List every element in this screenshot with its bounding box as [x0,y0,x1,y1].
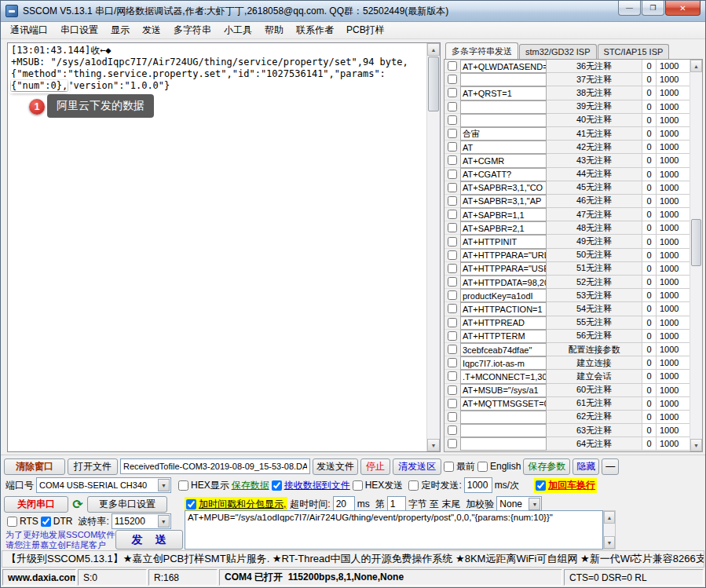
scroll-thumb[interactable] [428,57,439,111]
hex-display-checkbox[interactable]: HEX显示 [178,479,229,492]
scroll-track[interactable] [427,56,440,439]
row-command-input[interactable]: 3cebfceab74dfae" [460,343,547,356]
row-checkbox[interactable] [444,100,460,114]
row-command-input[interactable] [460,114,547,127]
row-delay-input[interactable]: 1000 [657,221,690,235]
scroll-thumb[interactable] [691,219,701,266]
row-checkbox[interactable] [444,437,460,451]
row-delay-input[interactable]: 1000 [657,424,690,437]
maximize-button[interactable]: ❐ [642,1,664,16]
row-command-input[interactable]: 合宙 [460,127,547,141]
row-comment-button[interactable]: 64无注释 [547,437,642,451]
title-bar[interactable]: SSCOM V5.13.1 串口/网络数据调试器,作者:大虾丁丁,2618058… [1,1,705,22]
row-checkbox[interactable] [444,316,460,330]
row-delay-input[interactable]: 1000 [657,208,690,221]
row-command-input[interactable]: AT+CGATT? [460,168,547,181]
row-checkbox[interactable] [444,60,460,73]
hide-button[interactable]: 隐藏 [572,458,599,475]
row-command-input[interactable]: AT+MSUB="/sys/a1 [460,384,547,397]
refresh-ports-icon[interactable]: ⟳ [71,497,85,512]
row-command-input[interactable] [460,424,547,437]
byte-from-input[interactable] [387,496,406,512]
append-crlf-input[interactable] [536,480,546,491]
row-command-input[interactable]: AT+SAPBR=3,1,"AP [460,195,547,208]
row-command-input[interactable]: productKey=a1odI [460,289,547,302]
menu-help[interactable]: 帮助 [258,21,290,39]
row-checkbox[interactable] [444,221,460,235]
stop-button[interactable]: 停止 [360,458,390,475]
dtr-input[interactable] [41,517,51,527]
send-scrollbar[interactable]: ▲ ▼ [603,510,616,550]
ad-marquee[interactable]: 【升级到SSCOM5.13.1】★嘉立创PCB打样SMT贴片服务. ★RT-Th… [2,550,704,568]
row-comment-button[interactable]: 44无注释 [547,168,642,181]
status-website[interactable]: www.daxia.com [2,569,76,586]
row-command-input[interactable]: AT+HTTPPARA="URL" [460,249,547,262]
hex-send-checkbox[interactable]: HEX发送 [353,479,404,492]
menu-display[interactable]: 显示 [104,21,136,39]
menu-send[interactable]: 发送 [136,21,167,39]
menu-contact-author[interactable]: 联系作者 [290,21,340,39]
english-input[interactable] [477,462,488,472]
checksum-select[interactable]: None▼ [496,496,542,512]
scroll-track[interactable] [604,524,615,536]
row-comment-button[interactable]: 45无注释 [547,181,642,195]
row-delay-input[interactable]: 1000 [657,100,690,114]
scroll-track[interactable] [690,72,702,439]
scroll-down-icon[interactable]: ▼ [604,536,615,549]
send-button[interactable]: 发 送 [115,530,183,550]
rts-checkbox[interactable]: RTS [7,516,38,527]
row-comment-button[interactable]: 47无注释 [547,208,642,221]
row-delay-input[interactable]: 1000 [657,195,690,208]
append-crlf-checkbox[interactable]: 加回车换行 [534,478,597,493]
row-checkbox[interactable] [444,114,460,127]
timed-send-checkbox[interactable]: 定时发送: [408,479,461,492]
row-delay-input[interactable]: 1000 [657,276,690,289]
row-comment-button[interactable]: 41无注释 [547,127,642,141]
menu-port-settings[interactable]: 串口设置 [54,21,104,39]
always-front-input[interactable] [444,462,454,472]
minimize-button[interactable]: — [618,1,641,16]
close-port-button[interactable]: 关闭串口 [4,496,68,513]
row-delay-input[interactable]: 1000 [657,437,690,451]
row-checkbox[interactable] [444,249,460,262]
row-comment-button[interactable]: 建立连接 [547,356,642,370]
row-comment-button[interactable]: 48无注释 [547,221,642,235]
row-comment-button[interactable]: 50无注释 [547,249,642,262]
tab-stm32-isp[interactable]: stm32/GD32 ISP [519,44,597,59]
receive-file-path-input[interactable] [120,458,310,474]
row-checkbox[interactable] [444,384,460,397]
row-comment-button[interactable]: 46无注释 [547,195,642,208]
timestamp-input[interactable] [186,499,196,509]
row-checkbox[interactable] [444,424,460,437]
row-command-input[interactable]: AT+HTTPACTION=1 [460,302,547,316]
timed-send-input[interactable] [408,480,419,491]
row-checkbox[interactable] [444,141,460,154]
row-comment-button[interactable]: 62无注释 [547,411,642,424]
clear-send-button[interactable]: 清发送区 [393,458,441,475]
tab-stc-isp[interactable]: STC/IAP15 ISP [598,44,670,59]
row-comment-button[interactable]: 55无注释 [547,316,642,330]
row-command-input[interactable]: Iqpc7I7.iot-as-m [460,356,547,370]
row-checkbox[interactable] [444,168,460,181]
more-settings-button[interactable]: 更多串口设置 [87,496,167,513]
row-checkbox[interactable] [444,154,460,167]
row-delay-input[interactable]: 1000 [657,114,690,127]
row-delay-input[interactable]: 1000 [657,127,690,141]
scroll-up-icon[interactable]: ▲ [604,511,615,524]
row-comment-button[interactable]: 配置连接参数 [547,343,642,356]
send-input[interactable]: AT+MPUB="/sys/a1odIqpc7I7/Air724UG/thing… [185,510,603,550]
receive-to-file-input[interactable] [272,480,282,491]
row-delay-input[interactable]: 1000 [657,249,690,262]
row-delay-input[interactable]: 1000 [657,73,690,86]
row-delay-input[interactable]: 1000 [657,302,690,316]
row-comment-button[interactable]: 36无注释 [547,60,642,73]
row-checkbox[interactable] [444,343,460,356]
row-command-input[interactable]: AT+HTTPTERM [460,330,547,343]
english-checkbox[interactable]: English [477,461,521,472]
row-comment-button[interactable]: 60无注释 [547,384,642,397]
row-delay-input[interactable]: 1000 [657,397,690,411]
row-delay-input[interactable]: 1000 [657,384,690,397]
collapse-button[interactable]: — [602,458,619,475]
row-checkbox[interactable] [444,195,460,208]
row-command-input[interactable]: AT+HTTPINIT [460,235,547,248]
